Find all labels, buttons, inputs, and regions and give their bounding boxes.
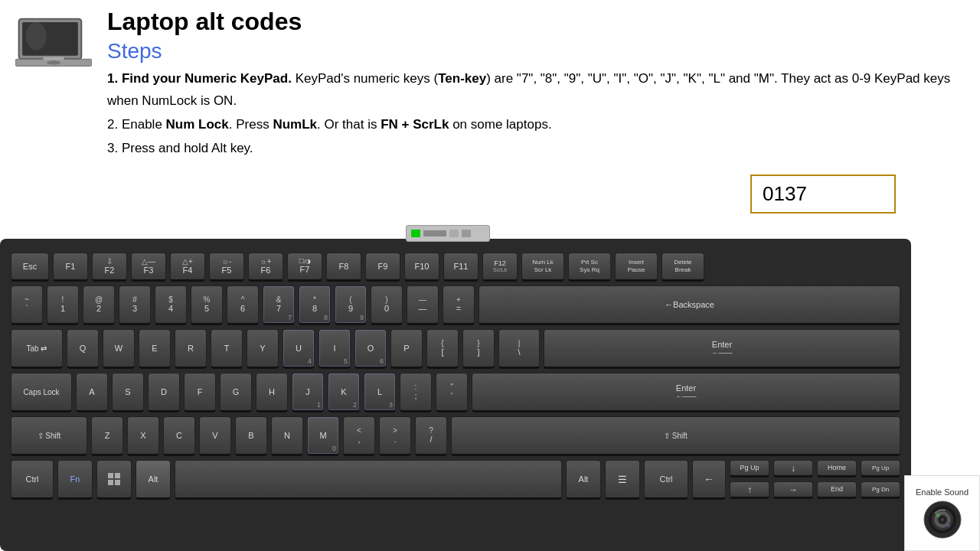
- key-f[interactable]: F: [184, 373, 216, 412]
- key-lbracket[interactable]: {[: [426, 329, 459, 369]
- key-comma[interactable]: <,: [343, 416, 375, 456]
- key-u[interactable]: U4: [283, 329, 315, 369]
- svg-rect-9: [115, 480, 120, 485]
- key-y[interactable]: Y: [247, 329, 279, 369]
- enable-sound-label: Enable Sound: [916, 487, 969, 497]
- key-semicolon[interactable]: :;: [400, 373, 432, 412]
- key-5[interactable]: %5: [191, 285, 223, 325]
- key-fn[interactable]: Fn: [57, 460, 93, 500]
- step-3: 3. Press and hold Alt key.: [107, 138, 965, 160]
- key-enter[interactable]: Enter←——: [544, 329, 900, 369]
- key-f12[interactable]: F12ScrLk: [482, 253, 518, 282]
- key-1[interactable]: !1: [47, 285, 79, 325]
- key-pg-up[interactable]: Pg Up: [730, 460, 769, 478]
- steps-heading: Steps: [107, 39, 965, 64]
- key-6[interactable]: ^6: [227, 285, 259, 325]
- key-f2[interactable]: ⇩F2: [92, 253, 127, 282]
- key-c[interactable]: C: [163, 416, 195, 456]
- key-2[interactable]: @2: [83, 285, 115, 325]
- key-left-alt[interactable]: Alt: [136, 460, 171, 500]
- number-row: ~` !1 @2 #3 $4 %5 ^6 &77 *88 (99 )0 —— +…: [11, 285, 900, 325]
- key-right-ctrl[interactable]: Ctrl: [644, 460, 688, 500]
- key-7[interactable]: &77: [263, 285, 295, 325]
- key-f11[interactable]: F11: [443, 253, 479, 282]
- key-o[interactable]: O6: [354, 329, 387, 369]
- key-pg-dn[interactable]: Pg Dn: [861, 481, 900, 499]
- key-f1[interactable]: F1: [53, 253, 88, 282]
- key-w[interactable]: W: [103, 329, 135, 369]
- key-h[interactable]: H: [256, 373, 288, 412]
- page-header: Laptop alt codes Steps 1. Find your Nume…: [0, 0, 980, 161]
- key-home[interactable]: Home: [817, 460, 857, 478]
- key-z[interactable]: Z: [91, 416, 123, 456]
- key-arrow-left[interactable]: ←: [692, 460, 726, 500]
- key-x[interactable]: X: [127, 416, 159, 456]
- key-r[interactable]: R: [175, 329, 207, 369]
- key-space[interactable]: [175, 460, 562, 500]
- key-right-alt[interactable]: Alt: [566, 460, 601, 500]
- key-0[interactable]: )0: [371, 285, 403, 325]
- key-menu[interactable]: ☰: [605, 460, 640, 500]
- key-f8[interactable]: F8: [326, 253, 361, 282]
- key-delete[interactable]: DeleteBreak: [662, 253, 704, 282]
- key-f6[interactable]: ☼+F6: [248, 253, 283, 282]
- key-v[interactable]: V: [199, 416, 231, 456]
- key-d[interactable]: D: [148, 373, 180, 412]
- svg-rect-6: [108, 473, 113, 478]
- key-numlock[interactable]: Num LkScr Lk: [521, 253, 564, 282]
- key-k[interactable]: K2: [328, 373, 360, 412]
- key-tab[interactable]: Tab ⇄: [11, 329, 63, 369]
- key-a[interactable]: A: [76, 373, 108, 412]
- key-9[interactable]: (99: [335, 285, 367, 325]
- key-f4[interactable]: △+F4: [170, 253, 205, 282]
- key-slash[interactable]: ?/: [415, 416, 447, 456]
- key-f7[interactable]: ☐/◑F7: [287, 253, 322, 282]
- key-rbracket[interactable]: }]: [462, 329, 495, 369]
- key-backtick[interactable]: ~`: [11, 285, 43, 325]
- step-2: 2. Enable Num Lock. Press NumLk. Or that…: [107, 114, 965, 136]
- key-prtsc[interactable]: Prt ScSys Rq: [568, 253, 611, 282]
- key-left-shift[interactable]: ⇧ Shift: [11, 416, 87, 456]
- key-equals[interactable]: +=: [443, 285, 475, 325]
- key-left-ctrl[interactable]: Ctrl: [11, 460, 54, 500]
- key-i[interactable]: I5: [318, 329, 351, 369]
- key-arrow-up[interactable]: ↑: [730, 481, 769, 499]
- key-p[interactable]: P: [390, 329, 423, 369]
- key-windows[interactable]: [96, 460, 132, 500]
- key-backspace[interactable]: ←Backspace: [479, 285, 900, 325]
- key-insert[interactable]: InsertPause: [615, 253, 658, 282]
- key-s[interactable]: S: [112, 373, 144, 412]
- key-f3[interactable]: △—F3: [131, 253, 166, 282]
- key-j[interactable]: J1: [292, 373, 324, 412]
- key-l[interactable]: L3: [364, 373, 396, 412]
- key-quote[interactable]: "': [436, 373, 468, 412]
- alt-code-input[interactable]: [750, 174, 896, 214]
- key-f9[interactable]: F9: [365, 253, 400, 282]
- key-q[interactable]: Q: [67, 329, 99, 369]
- key-end[interactable]: End: [817, 481, 857, 499]
- key-e[interactable]: E: [139, 329, 171, 369]
- key-f10[interactable]: F10: [404, 253, 439, 282]
- key-t[interactable]: T: [211, 329, 243, 369]
- key-arrow-down[interactable]: ↓: [773, 460, 813, 478]
- enable-sound-button[interactable]: Enable Sound: [904, 475, 980, 551]
- key-b[interactable]: B: [235, 416, 267, 456]
- key-minus[interactable]: ——: [407, 285, 439, 325]
- key-f5[interactable]: ☼-F5: [209, 253, 244, 282]
- key-n[interactable]: N: [271, 416, 303, 456]
- key-pg-down-up[interactable]: Pg Up: [861, 460, 900, 478]
- key-esc[interactable]: Esc: [11, 253, 49, 282]
- usb-body: [423, 230, 446, 236]
- key-m[interactable]: M0: [307, 416, 339, 456]
- key-3[interactable]: #3: [119, 285, 151, 325]
- step2-detail: . Press: [229, 117, 273, 132]
- key-8[interactable]: *88: [299, 285, 331, 325]
- key-backslash[interactable]: |\: [498, 329, 540, 369]
- key-4[interactable]: $4: [155, 285, 187, 325]
- key-period[interactable]: >.: [379, 416, 411, 456]
- key-right-shift[interactable]: ⇧ Shift: [451, 416, 900, 456]
- key-g[interactable]: G: [220, 373, 252, 412]
- key-arrow-right[interactable]: →: [773, 481, 813, 499]
- key-enter2[interactable]: Enter←——: [472, 373, 900, 412]
- key-caps-lock[interactable]: Caps Lock: [11, 373, 72, 412]
